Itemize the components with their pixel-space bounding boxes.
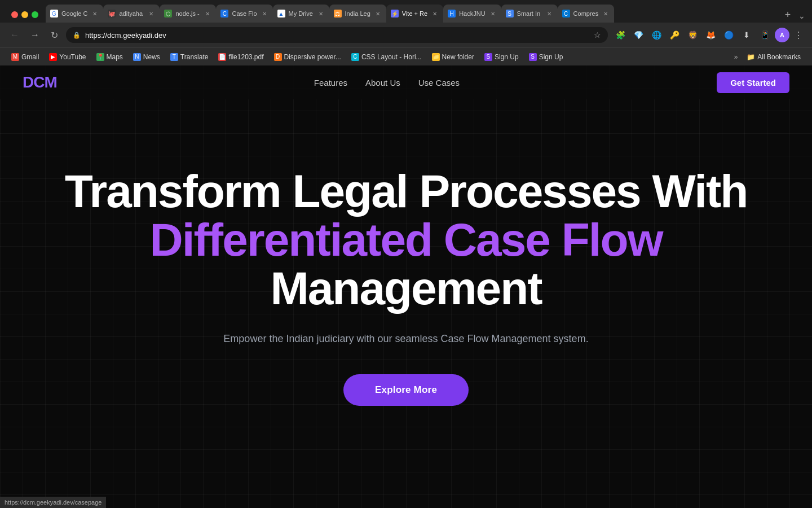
tab-favicon-vite: ⚡ — [391, 10, 399, 17]
tab-close-vite[interactable]: ✕ — [431, 10, 439, 17]
tab-compress[interactable]: C Compres ✕ — [558, 5, 615, 23]
brave-icon[interactable]: 🦁 — [685, 27, 700, 43]
bookmark-css-layout---hori---[interactable]: C CSS Layout - Hori... — [347, 51, 426, 63]
menu-button[interactable]: ⋮ — [792, 28, 805, 43]
tab-close-drive[interactable]: ✕ — [317, 10, 325, 17]
bookmarks-bar: M Gmail ▶ YouTube 📍 Maps N News T Transl… — [0, 47, 812, 65]
folder-icon: 📁 — [747, 53, 755, 61]
tab-close-smart[interactable]: ✕ — [545, 10, 553, 17]
tab-close-compress[interactable]: ✕ — [602, 10, 610, 17]
bookmark-youtube[interactable]: ▶ YouTube — [45, 51, 90, 63]
tab-favicon-drive: ▲ — [277, 10, 285, 17]
nav-about[interactable]: About Us — [365, 78, 400, 87]
tab-drive[interactable]: ▲ My Drive ✕ — [273, 5, 329, 23]
tab-title-google: Google C — [61, 10, 87, 17]
bookmark-gmail[interactable]: M Gmail — [7, 51, 43, 63]
nav-use-cases[interactable]: Use Cases — [418, 78, 460, 87]
bookmark-favicon: N — [133, 53, 141, 61]
explore-more-button[interactable]: Explore More — [343, 374, 469, 406]
tab-close-node[interactable]: ✕ — [204, 10, 211, 17]
bookmark-file1203-pdf[interactable]: 📄 file1203.pdf — [214, 51, 268, 63]
tab-favicon-smart: S — [506, 10, 514, 17]
extensions-icon[interactable]: 🧩 — [612, 27, 628, 43]
tab-list-button[interactable]: ⌄ — [796, 9, 807, 23]
bookmark-sign-up[interactable]: S Sign Up — [480, 51, 523, 63]
hero-title-highlight: Differentiated Case Flow — [150, 214, 663, 265]
address-input[interactable]: 🔒 https://dcm.geekyadi.dev ☆ — [66, 27, 608, 43]
get-started-button[interactable]: Get Started — [717, 72, 789, 93]
translate-icon[interactable]: 🌐 — [648, 27, 664, 43]
bookmark-favicon: 📁 — [432, 53, 440, 61]
tab-title-github: adityaha — [119, 10, 144, 17]
back-button[interactable]: ← — [7, 28, 23, 42]
tab-close-hackjnu[interactable]: ✕ — [489, 10, 497, 17]
bookmark-favicon: ▶ — [49, 53, 57, 61]
tab-india[interactable]: ⚖ India Leg ✕ — [329, 5, 386, 23]
hero-section: Transform Legal Processes With Different… — [0, 99, 812, 440]
lock-icon: 🔒 — [73, 32, 81, 39]
tab-close-india[interactable]: ✕ — [374, 10, 382, 17]
bookmark-label: Gmail — [21, 53, 39, 61]
close-window-button[interactable] — [11, 11, 18, 18]
tab-title-drive: My Drive — [289, 10, 314, 17]
bookmark-news[interactable]: N News — [129, 51, 165, 63]
download-icon[interactable]: ⬇ — [739, 27, 754, 43]
metamask-icon[interactable]: 🦊 — [703, 27, 718, 43]
tab-github[interactable]: 🐙 adityaha ✕ — [103, 5, 160, 23]
bookmarks-more-button[interactable]: » — [731, 51, 742, 63]
tab-case[interactable]: C Case Flo ✕ — [216, 5, 272, 23]
forward-button[interactable]: → — [27, 28, 43, 42]
bookmark-label: Translate — [180, 53, 209, 61]
tab-favicon-india: ⚖ — [334, 10, 342, 17]
tab-title-case: Case Flo — [232, 10, 257, 17]
tab-favicon-google: G — [50, 10, 58, 17]
reload-button[interactable]: ↻ — [47, 28, 61, 43]
tab-google[interactable]: G Google C ✕ — [46, 5, 103, 23]
bookmark-favicon: T — [170, 53, 178, 61]
tablet-icon[interactable]: 📱 — [757, 27, 773, 43]
new-tab-button[interactable]: + — [780, 7, 796, 23]
bookmark-favicon: 📄 — [218, 53, 226, 61]
tab-hackjnu[interactable]: H HackJNU ✕ — [443, 5, 501, 23]
tab-smart[interactable]: S Smart In ✕ — [501, 5, 558, 23]
bookmark-label: Sign Up — [539, 53, 563, 61]
tab-favicon-node: ⬡ — [164, 10, 172, 17]
bookmark-label: YouTube — [59, 53, 86, 61]
extension2-icon[interactable]: 🔵 — [721, 27, 736, 43]
bookmark-favicon: S — [484, 53, 492, 61]
bookmark-maps[interactable]: 📍 Maps — [92, 51, 127, 63]
tab-favicon-github: 🐙 — [108, 10, 116, 17]
toolbar-icons: 🧩 💎 🌐 🔑 🦁 🦊 🔵 ⬇ 📱 A ⋮ — [612, 27, 805, 43]
hero-title: Transform Legal Processes With Different… — [23, 167, 789, 313]
bookmark-translate[interactable]: T Translate — [166, 51, 213, 63]
bookmark-dispersive-power---[interactable]: D Dispersive power... — [270, 51, 346, 63]
bookmark-label: file1203.pdf — [228, 53, 263, 61]
bookmark-favicon: 📍 — [96, 53, 104, 61]
site-menu: Features About Us Use Cases — [314, 78, 460, 87]
address-bar: ← → ↻ 🔒 https://dcm.geekyadi.dev ☆ 🧩 💎 🌐… — [0, 23, 812, 47]
bookmark-new-folder[interactable]: 📁 New folder — [427, 51, 479, 63]
tab-vite[interactable]: ⚡ Vite + Re ✕ — [386, 5, 443, 23]
maximize-window-button[interactable] — [32, 11, 38, 18]
nav-features[interactable]: Features — [314, 78, 347, 87]
bookmark-label: News — [143, 53, 160, 61]
browser-chrome: G Google C ✕ 🐙 adityaha ✕ ⬡ node.js - ✕ … — [0, 0, 812, 65]
password-icon[interactable]: 🔑 — [667, 27, 682, 43]
tab-close-case[interactable]: ✕ — [261, 10, 268, 17]
url-display: https://dcm.geekyadi.dev — [85, 31, 589, 40]
bookmark-star-icon[interactable]: ☆ — [594, 30, 601, 40]
wallet-icon[interactable]: 💎 — [630, 27, 646, 43]
traffic-lights — [5, 7, 45, 23]
tab-node[interactable]: ⬡ node.js - ✕ — [160, 5, 216, 23]
tab-favicon-case: C — [220, 10, 228, 17]
bookmark-favicon: C — [351, 53, 359, 61]
hero-subtitle: Empower the Indian judiciary with our se… — [223, 331, 588, 347]
bookmark-sign-up[interactable]: S Sign Up — [524, 51, 568, 63]
minimize-window-button[interactable] — [21, 11, 28, 18]
profile-avatar[interactable]: A — [775, 28, 789, 42]
tab-close-google[interactable]: ✕ — [91, 10, 99, 17]
tab-close-github[interactable]: ✕ — [147, 10, 155, 17]
status-url: https://dcm.geekyadi.dev/casepage — [5, 499, 102, 506]
all-bookmarks-folder[interactable]: 📁All Bookmarks — [742, 51, 805, 63]
site-nav: DCM Features About Us Use Cases Get Star… — [0, 65, 812, 99]
